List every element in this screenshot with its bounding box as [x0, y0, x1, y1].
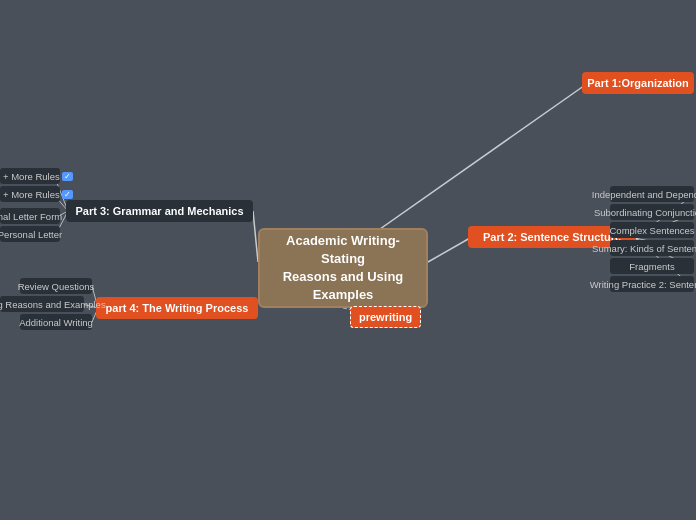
letterform-label: nal Letter Form: [0, 211, 62, 222]
complex-node[interactable]: Complex Sentences: [610, 222, 694, 238]
morerules2-label: + More Rules: [3, 189, 60, 200]
morerules1-label: + More Rules: [3, 171, 60, 182]
part3-label: Part 3: Grammar and Mechanics: [75, 205, 243, 217]
svg-line-1: [428, 238, 470, 262]
prewriting-node[interactable]: prewriting: [350, 306, 421, 328]
letterform-node[interactable]: nal Letter Form: [0, 208, 60, 224]
indep-label: Independent and Dependent: [592, 189, 696, 200]
morerules1-node[interactable]: + More Rules ✓: [0, 168, 60, 184]
prewriting-label: prewriting: [359, 311, 412, 323]
addwriting-label: Additional Writing: [19, 317, 93, 328]
subord-label: Subordinating Conjunctions: [594, 207, 696, 218]
sumary-label: Sumary: Kinds of Sentences: [592, 243, 696, 254]
addwriting-node[interactable]: Additional Writing: [20, 314, 92, 330]
morerules2-icon: ✓: [62, 190, 73, 199]
part2-label: Part 2: Sentence Structure: [483, 231, 621, 243]
subord-node[interactable]: Subordinating Conjunctions: [610, 204, 694, 220]
reviewq-label: Review Questions: [18, 281, 95, 292]
writingprac-label: Writing Practice 2: Sentences: [590, 279, 696, 290]
part3-node[interactable]: Part 3: Grammar and Mechanics: [66, 200, 253, 222]
reviewq-node[interactable]: Review Questions: [20, 278, 92, 294]
center-label: Academic Writing- Stating Reasons and Us…: [270, 232, 416, 305]
part4-label: part 4: The Writing Process: [106, 302, 249, 314]
part1-label: Part 1:Organization: [587, 77, 688, 89]
center-node[interactable]: Academic Writing- Stating Reasons and Us…: [258, 228, 428, 308]
part1-node[interactable]: Part 1:Organization: [582, 72, 694, 94]
fragments-label: Fragments: [629, 261, 674, 272]
usingreasons-label: Using Reasons and Examples: [0, 299, 106, 310]
indep-node[interactable]: Independent and Dependent: [610, 186, 694, 202]
morerules2-node[interactable]: + More Rules ✓: [0, 186, 60, 202]
prewriting-container[interactable]: prewriting ▦ ▶: [350, 306, 378, 328]
part4-node[interactable]: part 4: The Writing Process: [96, 297, 258, 319]
personalletter-label: Personal Letter: [0, 229, 62, 240]
complex-label: Complex Sentences: [609, 225, 694, 236]
personalletter-node[interactable]: Personal Letter: [0, 226, 60, 242]
fragments-node[interactable]: Fragments: [610, 258, 694, 274]
morerules1-icon: ✓: [62, 172, 73, 181]
sumary-node[interactable]: Sumary: Kinds of Sentences: [610, 240, 694, 256]
usingreasons-node[interactable]: Using Reasons and Examples: [0, 296, 84, 312]
writingprac-node[interactable]: Writing Practice 2: Sentences: [610, 276, 694, 292]
